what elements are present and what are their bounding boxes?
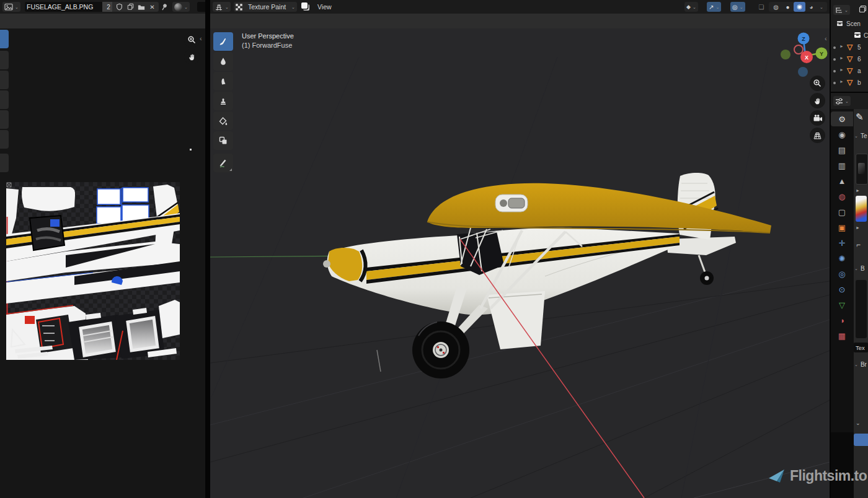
collapse-arrow[interactable]: ‹	[825, 35, 827, 42]
outliner-object-row[interactable]: ► ▽ b	[831, 89, 868, 92]
zoom-button[interactable]	[184, 32, 200, 48]
pan-button[interactable]	[810, 93, 825, 108]
fuselage-texture-image[interactable]	[6, 182, 180, 360]
object-dot-icon	[833, 70, 836, 72]
imgtool-draw[interactable]	[0, 30, 9, 48]
imgtool-mask[interactable]	[0, 130, 9, 149]
navigation-gizmo[interactable]: Z Y X	[776, 30, 829, 82]
expand-arrow-icon[interactable]: ►	[856, 188, 860, 193]
shading-wireframe-icon[interactable]: ◍	[770, 4, 782, 11]
axis-neg-z-ball[interactable]	[798, 67, 808, 77]
properties-tab-material[interactable]: ◑	[831, 313, 853, 328]
panel-header-texture[interactable]: ⌄Te	[854, 133, 867, 139]
outliner-editor-button[interactable]: ⌄	[833, 5, 850, 15]
show-overlays-button[interactable]: ◎ ⌄	[730, 2, 745, 12]
properties-tab-particles[interactable]: ✺	[831, 251, 853, 266]
outliner-object-row[interactable]: ► ▽ 6	[831, 54, 868, 65]
texture-name-field[interactable]: Tex	[854, 343, 868, 352]
shading-material-icon[interactable]: ◉	[794, 2, 805, 12]
pan-button[interactable]	[184, 49, 200, 64]
expand-arrow-icon[interactable]: ►	[839, 79, 844, 84]
display-channels-button[interactable]: ⌄	[172, 2, 190, 12]
brush-thumbnail[interactable]	[856, 154, 868, 185]
tool-annotate[interactable]	[213, 154, 233, 172]
editor-type-button[interactable]: ⌄	[2, 2, 20, 12]
antenna	[377, 350, 381, 372]
xray-toggle[interactable]: ❏	[754, 2, 769, 12]
toggle-perspective-button[interactable]	[810, 128, 825, 143]
properties-tab-output[interactable]: ▤	[831, 142, 853, 157]
chevron-down-icon[interactable]: ⌄	[817, 5, 826, 9]
expand-arrow-icon[interactable]: ►	[839, 91, 844, 92]
editor-type-button[interactable]: ⌄	[213, 2, 231, 12]
collapse-arrow[interactable]: ‹	[200, 35, 202, 42]
expand-arrow-icon[interactable]: ►	[839, 68, 844, 72]
expand-arrow-icon[interactable]: ►	[856, 225, 860, 230]
properties-tab-scene[interactable]: ▲	[831, 173, 853, 188]
imgtool-annotate[interactable]	[0, 154, 9, 172]
expand-arrow-icon[interactable]: ►	[839, 56, 844, 60]
tool-smear[interactable]	[213, 72, 233, 90]
imgtool-fill[interactable]	[0, 110, 9, 129]
shading-mode-group: ◍ ● ◉ ◕ ⌄	[769, 2, 827, 12]
axis-neg-y-ball[interactable]	[781, 50, 790, 59]
viewport-canvas[interactable]: User Perspective (1) ForwardFuse	[210, 28, 830, 498]
properties-tab-texture[interactable]: ▦	[831, 328, 853, 343]
view-menu[interactable]: View	[316, 2, 334, 12]
show-gizmo-button[interactable]: ↗ ⌄	[707, 2, 721, 12]
texture-thumbnail[interactable]	[856, 196, 867, 222]
axis-neg-x-ball[interactable]	[794, 45, 803, 54]
scene-collection-row[interactable]: Scen	[831, 19, 868, 30]
aircraft-model[interactable]	[323, 173, 771, 378]
outliner-object-row[interactable]: ► ▽ 5	[831, 42, 868, 53]
collection-row[interactable]: C	[831, 30, 868, 42]
active-tool-brush-icon: ✎	[856, 111, 864, 123]
texture-preview-large[interactable]	[856, 280, 867, 338]
mode-dropdown[interactable]: Texture Paint ⌄	[234, 2, 297, 12]
properties-tab-object-data[interactable]: ▽	[831, 297, 853, 312]
outliner-object-row[interactable]: ► ▽ b	[831, 77, 868, 89]
imgtool-clone[interactable]	[0, 90, 9, 109]
subpanel-chevron[interactable]: ⌄	[856, 420, 861, 426]
image-datablock-button[interactable]	[297, 2, 314, 12]
tool-fill[interactable]	[213, 111, 233, 130]
new-texture-icon[interactable]: ⌐	[856, 240, 861, 249]
shading-rendered-icon[interactable]: ◕	[805, 4, 817, 11]
tool-soften[interactable]	[213, 52, 233, 71]
camera-view-button[interactable]	[810, 110, 825, 126]
pin-button[interactable]	[159, 2, 170, 12]
unlink-image-button[interactable]: ✕	[146, 2, 159, 12]
tool-mask[interactable]	[213, 131, 233, 150]
imgtool-smear[interactable]	[0, 71, 9, 89]
chevron-down-icon: ⌄	[845, 99, 849, 103]
pivot-point-button[interactable]: ◆ ⌄	[684, 2, 698, 12]
properties-tab-physics[interactable]: ◎	[831, 266, 853, 281]
properties-tab-constraints[interactable]: ⊙	[831, 282, 853, 297]
zoom-button[interactable]	[810, 76, 825, 91]
properties-tab-object[interactable]: ▣	[831, 220, 853, 235]
tool-draw[interactable]	[213, 32, 233, 51]
image-editor-canvas[interactable]: ‹	[0, 28, 205, 498]
viewport-3d: ⌄ Texture Paint ⌄ View ◆ ⌄	[210, 0, 830, 498]
outliner-object-row[interactable]: ► ▽ a	[831, 66, 868, 77]
viewport-scene[interactable]	[210, 28, 830, 498]
outliner-filter-button[interactable]	[857, 4, 868, 14]
properties-tab-modifiers[interactable]: ✛	[831, 235, 853, 250]
imgtool-soften[interactable]	[0, 51, 9, 69]
properties-tab-tool[interactable]: ⚙	[831, 111, 853, 126]
shading-solid-icon[interactable]: ●	[782, 4, 794, 11]
properties-editor-button[interactable]: ⌄	[833, 96, 851, 106]
watermark: Flightsim.to	[769, 468, 867, 484]
properties-editor: ⌄ ✎ ⌄Te ► ► ⌐ ⌄B	[831, 93, 868, 498]
panel-header-brush[interactable]: ⌄B	[854, 265, 865, 272]
properties-tab-world[interactable]: ◍	[831, 189, 853, 204]
tool-clone[interactable]	[213, 92, 233, 110]
panel-header-brush-settings[interactable]: ⌄Br	[854, 361, 867, 368]
image-name-field[interactable]: FUSELAGE_ALB.PNG	[25, 2, 105, 12]
properties-tab-render[interactable]: ◉	[831, 127, 853, 142]
properties-tab-collection[interactable]: ▢	[831, 204, 853, 219]
properties-tab-view-layer[interactable]: ▥	[831, 158, 853, 173]
expand-arrow-icon[interactable]: ►	[839, 44, 844, 48]
zoom-icon	[187, 35, 197, 45]
blue-action-button[interactable]	[854, 434, 868, 446]
